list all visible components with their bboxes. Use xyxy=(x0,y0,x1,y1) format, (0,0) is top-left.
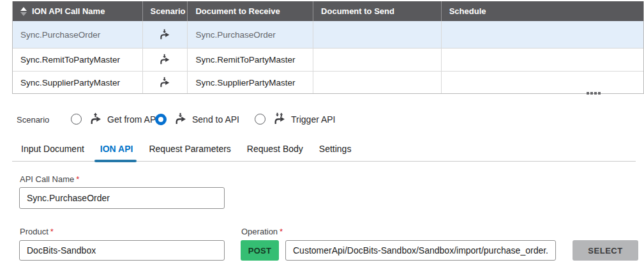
radio-label[interactable]: Trigger API xyxy=(291,114,336,125)
required-asterisk: * xyxy=(76,174,79,184)
trigger-api-icon xyxy=(273,112,287,126)
required-asterisk: * xyxy=(50,227,54,236)
resize-handle-dots[interactable] xyxy=(587,92,601,95)
api-call-name-label: API Call Name* xyxy=(20,174,79,184)
send-to-api-icon xyxy=(159,77,171,89)
cell-document-to-receive: Sync.SupplierPartyMaster xyxy=(188,72,313,93)
send-to-api-icon xyxy=(159,29,171,41)
cell-schedule xyxy=(442,72,643,93)
required-asterisk: * xyxy=(280,227,283,236)
column-header-label: Schedule xyxy=(449,6,486,16)
radio-option-trigger-api[interactable]: Trigger API xyxy=(255,112,336,126)
api-call-name-input[interactable] xyxy=(19,187,225,209)
cell-document-to-send xyxy=(313,49,442,71)
column-header-document-to-receive[interactable]: Document to Receive xyxy=(188,1,313,21)
column-header-schedule[interactable]: Schedule xyxy=(442,1,643,21)
label-text: Operation xyxy=(241,227,278,236)
scenario-label: Scenario xyxy=(17,115,49,125)
tab-input-document[interactable]: Input Document xyxy=(21,144,84,154)
label-text: Product xyxy=(20,227,49,236)
table-row[interactable]: Sync.SupplierPartyMaster Sync.SupplierPa… xyxy=(13,72,643,93)
cell-document-to-send xyxy=(313,72,442,93)
radio-label[interactable]: Get from API xyxy=(107,114,158,125)
send-to-api-icon xyxy=(174,112,188,126)
cell-scenario xyxy=(143,49,188,71)
radio-button[interactable] xyxy=(71,114,82,125)
table-row[interactable]: Sync.PurchaseOrder Sync.PurchaseOrder xyxy=(13,21,643,49)
radio-option-send-to-api[interactable]: Send to API xyxy=(155,112,239,126)
http-method-badge: POST xyxy=(241,240,279,261)
send-to-api-icon xyxy=(159,54,171,66)
cell-api-call-name: Sync.RemitToPartyMaster xyxy=(13,49,143,71)
column-header-ion-api-call-name[interactable]: ION API Call Name xyxy=(13,1,143,21)
cell-schedule xyxy=(442,49,643,71)
table-header-row: ION API Call Name Scenario Document to R… xyxy=(13,1,643,21)
tab-request-body[interactable]: Request Body xyxy=(247,144,303,154)
column-header-label: Document to Send xyxy=(321,6,394,16)
cell-document-to-receive: Sync.RemitToPartyMaster xyxy=(188,49,313,71)
sort-icon[interactable] xyxy=(20,7,27,16)
product-label: Product* xyxy=(20,227,54,236)
column-header-label: Scenario xyxy=(151,6,186,16)
cell-document-to-send xyxy=(313,21,442,48)
column-header-label: Document to Receive xyxy=(195,6,280,16)
cell-scenario xyxy=(143,72,188,93)
cell-document-to-receive: Sync.PurchaseOrder xyxy=(188,21,313,48)
api-calls-table: ION API Call Name Scenario Document to R… xyxy=(12,1,644,94)
radio-button[interactable] xyxy=(255,114,266,125)
select-button[interactable]: SELECT xyxy=(573,240,638,261)
cell-api-call-name: Sync.PurchaseOrder xyxy=(13,21,143,48)
column-header-label: ION API Call Name xyxy=(32,6,105,16)
operation-label: Operation* xyxy=(241,227,283,236)
table-row[interactable]: Sync.RemitToPartyMaster Sync.RemitToPart… xyxy=(13,49,643,72)
get-from-api-icon xyxy=(89,112,103,126)
label-text: API Call Name xyxy=(20,174,74,184)
cell-schedule xyxy=(442,21,643,48)
cell-scenario xyxy=(143,21,188,48)
product-input[interactable] xyxy=(19,240,225,261)
operation-endpoint-input[interactable] xyxy=(285,240,556,261)
radio-button-checked[interactable] xyxy=(155,114,167,125)
tab-ion-api[interactable]: ION API xyxy=(100,144,133,154)
tab-bar: Input Document ION API Request Parameter… xyxy=(12,136,636,162)
column-header-document-to-send[interactable]: Document to Send xyxy=(313,1,442,21)
cell-api-call-name: Sync.SupplierPartyMaster xyxy=(13,72,143,93)
column-header-scenario[interactable]: Scenario xyxy=(143,1,188,21)
radio-option-get-from-api[interactable]: Get from API xyxy=(71,112,158,126)
radio-label[interactable]: Send to API xyxy=(192,114,239,125)
tab-settings[interactable]: Settings xyxy=(319,144,352,154)
tab-request-parameters[interactable]: Request Parameters xyxy=(149,144,230,154)
